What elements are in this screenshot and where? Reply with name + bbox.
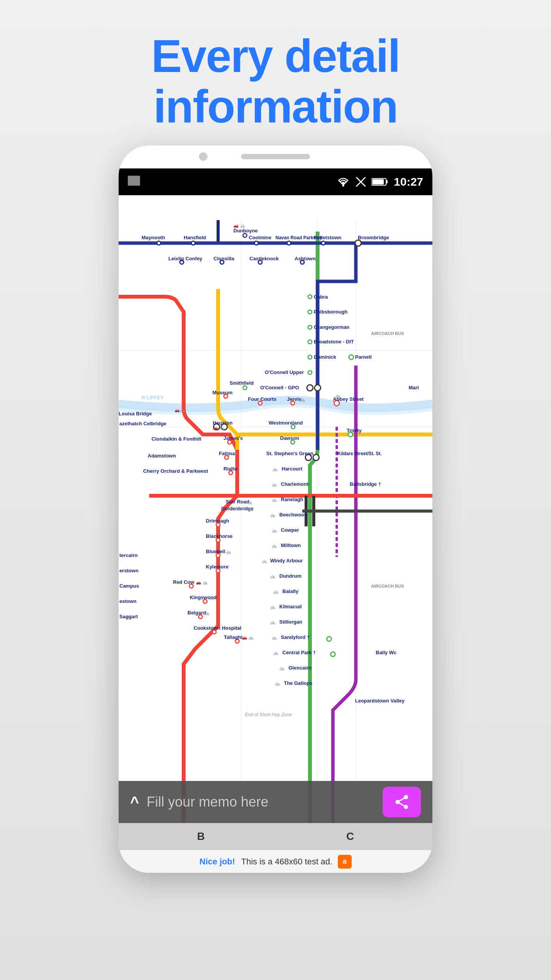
svg-text:Parnell: Parnell xyxy=(355,354,372,360)
svg-text:Ashtown: Ashtown xyxy=(295,256,316,261)
svg-point-48 xyxy=(308,355,312,359)
transit-map-area[interactable]: R LIFFEY xyxy=(119,195,432,873)
svg-text:🚲: 🚲 xyxy=(270,573,276,579)
svg-rect-6 xyxy=(386,180,388,183)
svg-point-56 xyxy=(315,385,321,391)
status-bar: 10:27 xyxy=(119,168,432,195)
svg-point-87 xyxy=(313,454,319,461)
svg-text:Kilmacud: Kilmacud xyxy=(279,604,302,609)
svg-text:End of Short Hop Zone: End of Short Hop Zone xyxy=(245,712,292,717)
svg-point-50 xyxy=(349,355,354,359)
svg-text:erstown: erstown xyxy=(119,568,139,573)
svg-text:Kildare Street/St. St.: Kildare Street/St. St. xyxy=(337,451,381,456)
svg-text:Marl: Marl xyxy=(409,385,419,390)
svg-text:Harcourt: Harcourt xyxy=(282,466,303,472)
svg-text:Adamstown: Adamstown xyxy=(148,453,176,459)
svg-text:🚲: 🚲 xyxy=(270,512,276,518)
svg-point-17 xyxy=(157,241,161,245)
svg-point-59 xyxy=(243,386,247,390)
svg-point-44 xyxy=(308,325,312,329)
svg-text:🚲: 🚲 xyxy=(270,604,276,609)
svg-text:🚗: 🚗 xyxy=(174,407,180,413)
svg-text:🚲: 🚲 xyxy=(209,595,214,600)
svg-rect-0 xyxy=(128,176,140,186)
svg-text:🚲: 🚲 xyxy=(272,466,278,472)
kb-key-c[interactable]: C xyxy=(346,830,354,843)
svg-text:Bluebell: Bluebell xyxy=(206,549,225,554)
svg-text:Broombridge: Broombridge xyxy=(358,235,389,240)
svg-text:Phibsborough: Phibsborough xyxy=(314,309,347,315)
share-icon xyxy=(393,794,410,810)
wifi-icon xyxy=(336,176,350,187)
page-heading: Every detail information xyxy=(0,31,551,132)
svg-text:Louisa Bridge: Louisa Bridge xyxy=(119,411,152,416)
svg-point-24 xyxy=(254,241,258,245)
svg-text:🚲: 🚲 xyxy=(248,506,253,511)
svg-text:🚲: 🚲 xyxy=(272,482,277,487)
svg-text:Drimnagh: Drimnagh xyxy=(206,518,229,524)
svg-point-46 xyxy=(308,340,312,344)
svg-text:Sandyford †: Sandyford † xyxy=(281,634,310,640)
svg-text:🚗 🚲: 🚗 🚲 xyxy=(242,635,254,640)
svg-text:🚲: 🚲 xyxy=(262,558,267,564)
memo-bar[interactable]: ^ Fill your memo here xyxy=(119,781,432,823)
status-time: 10:27 xyxy=(394,175,423,188)
svg-text:Windy Arbour: Windy Arbour xyxy=(270,558,303,564)
svg-point-28 xyxy=(321,241,325,245)
svg-point-145 xyxy=(331,652,335,657)
svg-text:Saggart: Saggart xyxy=(119,614,138,619)
svg-text:Broadstone - DIT: Broadstone - DIT xyxy=(314,339,354,345)
svg-point-26 xyxy=(287,241,291,245)
svg-text:Clonsilla: Clonsilla xyxy=(214,256,235,261)
svg-text:Balally: Balally xyxy=(282,588,299,594)
kb-key-b[interactable]: B xyxy=(197,830,205,843)
notification-icon xyxy=(128,176,140,188)
svg-text:estown: estown xyxy=(119,598,137,604)
svg-text:The Gallops: The Gallops xyxy=(284,680,312,686)
ad-bar: Nice job! This is a 468x60 test ad. a xyxy=(119,850,432,873)
share-button[interactable] xyxy=(383,787,421,817)
memo-chevron-icon[interactable]: ^ xyxy=(130,794,139,811)
phone-speaker xyxy=(241,154,310,159)
svg-rect-8 xyxy=(119,220,432,848)
svg-text:Ballsbridge †: Ballsbridge † xyxy=(350,481,381,487)
phone-camera xyxy=(199,152,207,161)
svg-text:🚲: 🚲 xyxy=(300,397,305,402)
svg-text:Dawson: Dawson xyxy=(280,435,299,441)
svg-rect-1 xyxy=(128,177,140,178)
ad-nice-label: Nice job! xyxy=(199,857,235,867)
svg-text:O'Connell Upper: O'Connell Upper xyxy=(265,369,304,375)
svg-text:🚲: 🚲 xyxy=(335,393,341,398)
svg-text:Leopardstown Valley: Leopardstown Valley xyxy=(355,698,405,704)
phone-frame: 10:27 R LIFFEY xyxy=(119,145,432,873)
svg-text:Tallaght: Tallaght xyxy=(224,634,243,640)
svg-text:🚲: 🚲 xyxy=(204,610,210,616)
status-right: 10:27 xyxy=(336,175,423,188)
svg-text:🚲: 🚲 xyxy=(272,543,277,548)
svg-text:🚲: 🚲 xyxy=(272,497,277,502)
svg-text:Westmoreland: Westmoreland xyxy=(269,420,303,426)
svg-text:Smithfield: Smithfield xyxy=(230,380,254,386)
svg-text:Campus: Campus xyxy=(119,583,139,589)
svg-text:🚲: 🚲 xyxy=(272,635,277,640)
svg-text:Ranelagh: Ranelagh xyxy=(281,497,303,502)
svg-text:O'Connell - GPO: O'Connell - GPO xyxy=(260,385,299,390)
svg-text:Cookstown Hospital: Cookstown Hospital xyxy=(194,625,241,631)
heading-line1: Every detail information xyxy=(0,31,551,132)
svg-text:Stillorgan: Stillorgan xyxy=(279,619,302,625)
svg-text:🚲: 🚲 xyxy=(180,407,185,413)
svg-text:Cabra: Cabra xyxy=(314,294,328,300)
svg-text:Rialto: Rialto xyxy=(223,466,237,472)
svg-text:Red Cow: Red Cow xyxy=(173,579,195,585)
status-left xyxy=(128,176,140,188)
svg-text:🚲: 🚲 xyxy=(272,528,277,533)
svg-text:AIRCOACH BUS: AIRCOACH BUS xyxy=(371,331,404,336)
svg-text:tercairn: tercairn xyxy=(119,552,138,558)
svg-text:Trinity: Trinity xyxy=(347,428,362,433)
svg-text:Dunboyne: Dunboyne xyxy=(233,228,258,234)
svg-text:🚗 🚲: 🚗 🚲 xyxy=(213,425,225,430)
svg-point-42 xyxy=(308,310,312,314)
svg-text:Belgard: Belgard xyxy=(187,610,206,616)
svg-text:Maynooth: Maynooth xyxy=(142,235,165,240)
memo-placeholder[interactable]: Fill your memo here xyxy=(147,794,375,810)
